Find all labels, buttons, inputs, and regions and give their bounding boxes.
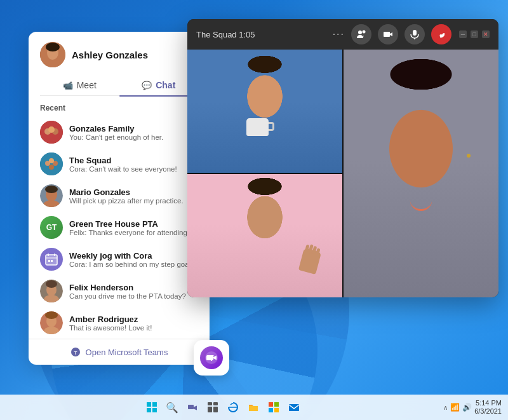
- tab-chat[interactable]: 💬 Chat: [119, 75, 199, 95]
- close-button[interactable]: ✕: [482, 30, 490, 38]
- svg-point-2: [46, 43, 60, 51]
- teams-floating-icon[interactable]: T: [194, 340, 229, 376]
- svg-rect-50: [269, 402, 273, 407]
- user-name: Ashley Gonzales: [72, 50, 148, 60]
- video-titlebar: The Squad 1:05 ···: [187, 19, 498, 50]
- clock-time: 5:14 PM: [474, 399, 502, 407]
- svg-rect-51: [274, 402, 279, 407]
- chat-panel-header: Ashley Gonzales: [29, 32, 210, 67]
- contact-message: You: Can't get enough of her.: [69, 133, 198, 141]
- contact-info: Weekly jog with Cora Cora: I am so behin…: [69, 251, 198, 268]
- svg-rect-45: [188, 405, 194, 409]
- contact-info: Gonzales Family You: Can't get enough of…: [69, 124, 198, 141]
- tab-meet[interactable]: 📹 Meet: [40, 75, 119, 95]
- contact-message: Will pick up pizza after my practice.: [69, 197, 198, 205]
- mug-prop: [246, 118, 269, 136]
- taskbar-systray: ∧ 📶 🔊 5:14 PM 6/3/2021: [443, 399, 502, 416]
- meet-label: Meet: [77, 80, 97, 90]
- contact-name: The Squad: [69, 156, 198, 165]
- clock-date: 6/3/2021: [474, 407, 502, 416]
- video-participant-2: [187, 174, 342, 297]
- video-call-panel: The Squad 1:05 ···: [187, 19, 498, 297]
- svg-text:T: T: [74, 350, 77, 356]
- contact-item[interactable]: Weekly jog with Cora Cora: I am so behin…: [29, 243, 210, 275]
- taskview-button[interactable]: [204, 398, 222, 416]
- contact-item[interactable]: Amber Rodriguez That is awesome! Love it…: [29, 307, 210, 339]
- chat-icon: 💬: [142, 81, 152, 90]
- volume-icon[interactable]: 🔊: [462, 403, 472, 412]
- open-teams-label: Open Microsoft Teams: [86, 348, 168, 357]
- svg-point-11: [49, 158, 54, 163]
- camera-button[interactable]: [378, 24, 398, 44]
- svg-rect-53: [274, 408, 279, 412]
- file-explorer-icon[interactable]: [244, 398, 262, 416]
- svg-rect-22: [51, 260, 53, 262]
- mail-icon: [288, 402, 300, 413]
- svg-rect-52: [269, 408, 273, 412]
- minimize-button[interactable]: ─: [459, 30, 467, 38]
- smile-decoration: [410, 200, 432, 211]
- svg-rect-35: [384, 32, 390, 37]
- store-icon[interactable]: [265, 398, 283, 416]
- contact-message: That is awesome! Love it!: [69, 324, 198, 332]
- contact-item[interactable]: Felix Henderson Can you drive me to the …: [29, 275, 210, 307]
- contact-avatar: [40, 248, 63, 271]
- contact-item[interactable]: GT Green Tree House PTA Felix: Thanks ev…: [29, 212, 210, 243]
- contact-avatar: [40, 121, 63, 144]
- video-grid: [187, 50, 498, 297]
- teams-icon: T: [70, 347, 81, 357]
- camera-icon: [383, 29, 393, 39]
- video-cell-bottom-left: [187, 174, 342, 297]
- end-call-button[interactable]: [431, 24, 451, 44]
- contact-message: Can you drive me to the PTA today?: [69, 292, 198, 300]
- mail-icon[interactable]: [285, 398, 303, 416]
- windows-logo-icon: [146, 402, 157, 413]
- contact-message: Cora: I am so behind on my step goals.: [69, 261, 198, 268]
- network-icon: 📶: [450, 403, 460, 412]
- teams-logo-icon: T: [204, 350, 219, 365]
- contact-list: Gonzales Family You: Can't get enough of…: [29, 116, 210, 339]
- contact-item[interactable]: Gonzales Family You: Can't get enough of…: [29, 116, 210, 148]
- svg-rect-43: [147, 408, 151, 412]
- user-avatar: [40, 42, 65, 67]
- open-teams-button[interactable]: T Open Microsoft Teams: [29, 339, 210, 365]
- contact-info: Felix Henderson Can you drive me to the …: [69, 283, 198, 300]
- taskbar: 🔍: [0, 395, 508, 420]
- svg-point-7: [48, 126, 55, 133]
- video-call-title: The Squad 1:05: [196, 30, 255, 39]
- svg-point-15: [45, 186, 58, 193]
- contact-name: Mario Gonzales: [69, 187, 198, 197]
- svg-point-25: [46, 280, 57, 288]
- svg-rect-21: [48, 260, 50, 262]
- svg-point-34: [363, 30, 366, 34]
- systray-chevron[interactable]: ∧: [443, 404, 448, 411]
- mug-handle: [269, 122, 274, 131]
- svg-point-29: [45, 311, 58, 319]
- call-toolbar: ···: [333, 24, 451, 44]
- start-button[interactable]: [143, 398, 161, 416]
- contact-info: Green Tree House PTA Felix: Thanks every…: [69, 219, 198, 236]
- contact-item[interactable]: The Squad Cora: Can't wait to see everyo…: [29, 148, 210, 180]
- contact-item[interactable]: Mario Gonzales Will pick up pizza after …: [29, 180, 210, 212]
- contact-info: Mario Gonzales Will pick up pizza after …: [69, 187, 198, 205]
- contact-avatar: GT: [40, 216, 63, 239]
- video-cell-top-left: [187, 50, 342, 173]
- edge-browser-icon[interactable]: [224, 398, 242, 416]
- mic-button[interactable]: [404, 24, 425, 44]
- svg-rect-36: [413, 30, 417, 36]
- contact-name: Green Tree House PTA: [69, 219, 198, 229]
- search-taskbar-button[interactable]: 🔍: [163, 398, 181, 416]
- contact-name: Weekly jog with Cora: [69, 251, 198, 261]
- edge-icon: [227, 402, 239, 413]
- more-options-button[interactable]: ···: [333, 29, 345, 40]
- teams-taskbar-icon[interactable]: [184, 398, 201, 416]
- svg-point-8: [40, 152, 63, 175]
- svg-rect-42: [152, 402, 157, 407]
- people-button[interactable]: [351, 24, 371, 44]
- contact-message: Felix: Thanks everyone for attending.: [69, 229, 198, 236]
- system-clock[interactable]: 5:14 PM 6/3/2021: [474, 399, 502, 416]
- contact-message: Cora: Can't wait to see everyone!: [69, 165, 198, 173]
- video-cell-main: [344, 50, 498, 297]
- maximize-button[interactable]: □: [471, 30, 478, 38]
- svg-rect-44: [152, 408, 157, 412]
